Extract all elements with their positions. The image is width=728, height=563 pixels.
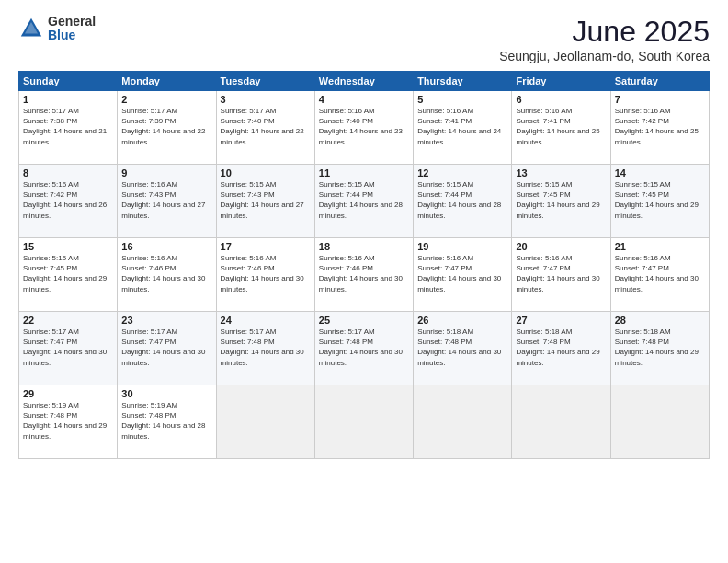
table-row: 1 Sunrise: 5:17 AMSunset: 7:38 PMDayligh…: [19, 91, 118, 165]
table-row: [414, 385, 512, 459]
day-number: 2: [121, 94, 211, 105]
day-number: 22: [23, 315, 113, 326]
logo-text: General Blue: [48, 15, 96, 43]
day-number: 12: [417, 167, 507, 178]
logo-blue: Blue: [48, 29, 96, 42]
header: General Blue June 2025 Seungju, Jeollana…: [18, 15, 710, 63]
table-row: 18 Sunrise: 5:16 AMSunset: 7:46 PMDaylig…: [314, 238, 413, 312]
table-row: 5 Sunrise: 5:16 AMSunset: 7:41 PMDayligh…: [414, 91, 512, 165]
day-number: 27: [516, 315, 606, 326]
day-info: Sunrise: 5:17 AMSunset: 7:38 PMDaylight:…: [23, 106, 113, 147]
title-block: June 2025 Seungju, Jeollanam-do, South K…: [499, 15, 710, 63]
day-info: Sunrise: 5:15 AMSunset: 7:44 PMDaylight:…: [319, 179, 409, 221]
day-info: Sunrise: 5:15 AMSunset: 7:45 PMDaylight:…: [615, 179, 705, 221]
day-info: Sunrise: 5:19 AMSunset: 7:48 PMDaylight:…: [23, 400, 113, 442]
day-number: 25: [319, 315, 409, 326]
day-number: 19: [417, 241, 507, 252]
table-row: 30 Sunrise: 5:19 AMSunset: 7:48 PMDaylig…: [118, 385, 216, 459]
table-row: 12 Sunrise: 5:15 AMSunset: 7:44 PMDaylig…: [414, 165, 512, 238]
day-number: 23: [121, 315, 211, 326]
day-number: 9: [121, 167, 211, 178]
table-row: 10 Sunrise: 5:15 AMSunset: 7:43 PMDaylig…: [216, 165, 314, 238]
table-row: [610, 385, 709, 459]
day-info: Sunrise: 5:16 AMSunset: 7:42 PMDaylight:…: [615, 106, 705, 147]
col-sunday: Sunday: [19, 72, 118, 91]
table-row: 28 Sunrise: 5:18 AMSunset: 7:48 PMDaylig…: [610, 312, 709, 385]
day-number: 13: [516, 167, 606, 178]
table-row: 8 Sunrise: 5:16 AMSunset: 7:42 PMDayligh…: [19, 165, 118, 238]
day-number: 14: [615, 167, 705, 178]
table-row: 3 Sunrise: 5:17 AMSunset: 7:40 PMDayligh…: [216, 91, 314, 165]
table-row: 29 Sunrise: 5:19 AMSunset: 7:48 PMDaylig…: [19, 385, 118, 459]
table-row: 7 Sunrise: 5:16 AMSunset: 7:42 PMDayligh…: [610, 91, 709, 165]
day-info: Sunrise: 5:15 AMSunset: 7:45 PMDaylight:…: [516, 179, 606, 221]
day-info: Sunrise: 5:16 AMSunset: 7:40 PMDaylight:…: [319, 106, 409, 147]
day-info: Sunrise: 5:17 AMSunset: 7:47 PMDaylight:…: [121, 327, 211, 368]
day-number: 21: [615, 241, 705, 252]
day-number: 29: [23, 388, 113, 399]
table-row: [216, 385, 314, 459]
day-info: Sunrise: 5:16 AMSunset: 7:43 PMDaylight:…: [121, 179, 211, 221]
table-row: 6 Sunrise: 5:16 AMSunset: 7:41 PMDayligh…: [512, 91, 610, 165]
table-row: [314, 385, 413, 459]
col-monday: Monday: [118, 72, 216, 91]
table-row: 26 Sunrise: 5:18 AMSunset: 7:48 PMDaylig…: [414, 312, 512, 385]
day-number: 5: [417, 94, 507, 105]
day-info: Sunrise: 5:18 AMSunset: 7:48 PMDaylight:…: [417, 327, 507, 368]
table-row: 14 Sunrise: 5:15 AMSunset: 7:45 PMDaylig…: [610, 165, 709, 238]
col-friday: Friday: [512, 72, 610, 91]
day-number: 1: [23, 94, 113, 105]
day-number: 26: [417, 315, 507, 326]
day-number: 6: [516, 94, 606, 105]
calendar-week-row: 22 Sunrise: 5:17 AMSunset: 7:47 PMDaylig…: [19, 312, 710, 385]
subtitle: Seungju, Jeollanam-do, South Korea: [499, 49, 710, 63]
day-info: Sunrise: 5:16 AMSunset: 7:46 PMDaylight:…: [221, 253, 311, 294]
day-number: 8: [23, 167, 113, 178]
day-info: Sunrise: 5:16 AMSunset: 7:46 PMDaylight:…: [319, 253, 409, 294]
day-number: 28: [615, 315, 705, 326]
day-info: Sunrise: 5:15 AMSunset: 7:45 PMDaylight:…: [23, 253, 113, 294]
table-row: 17 Sunrise: 5:16 AMSunset: 7:46 PMDaylig…: [216, 238, 314, 312]
day-info: Sunrise: 5:15 AMSunset: 7:44 PMDaylight:…: [417, 179, 507, 221]
table-row: 23 Sunrise: 5:17 AMSunset: 7:47 PMDaylig…: [118, 312, 216, 385]
logo-icon: [18, 16, 44, 41]
calendar-header-row: Sunday Monday Tuesday Wednesday Thursday…: [19, 72, 710, 91]
col-wednesday: Wednesday: [314, 72, 413, 91]
calendar-week-row: 8 Sunrise: 5:16 AMSunset: 7:42 PMDayligh…: [19, 165, 710, 238]
day-info: Sunrise: 5:16 AMSunset: 7:41 PMDaylight:…: [417, 106, 507, 147]
table-row: 11 Sunrise: 5:15 AMSunset: 7:44 PMDaylig…: [314, 165, 413, 238]
table-row: 24 Sunrise: 5:17 AMSunset: 7:48 PMDaylig…: [216, 312, 314, 385]
month-title: June 2025: [499, 15, 710, 49]
day-info: Sunrise: 5:16 AMSunset: 7:41 PMDaylight:…: [516, 106, 606, 147]
day-info: Sunrise: 5:16 AMSunset: 7:47 PMDaylight:…: [417, 253, 507, 294]
calendar-table: Sunday Monday Tuesday Wednesday Thursday…: [18, 71, 710, 459]
day-info: Sunrise: 5:18 AMSunset: 7:48 PMDaylight:…: [615, 327, 705, 368]
day-number: 7: [615, 94, 705, 105]
table-row: 13 Sunrise: 5:15 AMSunset: 7:45 PMDaylig…: [512, 165, 610, 238]
day-number: 3: [221, 94, 311, 105]
calendar-week-row: 29 Sunrise: 5:19 AMSunset: 7:48 PMDaylig…: [19, 385, 710, 459]
day-info: Sunrise: 5:17 AMSunset: 7:48 PMDaylight:…: [319, 327, 409, 368]
day-info: Sunrise: 5:18 AMSunset: 7:48 PMDaylight:…: [516, 327, 606, 368]
day-number: 11: [319, 167, 409, 178]
table-row: 19 Sunrise: 5:16 AMSunset: 7:47 PMDaylig…: [414, 238, 512, 312]
logo-general: General: [48, 15, 96, 29]
table-row: 2 Sunrise: 5:17 AMSunset: 7:39 PMDayligh…: [118, 91, 216, 165]
page: General Blue June 2025 Seungju, Jeollana…: [0, 0, 728, 563]
table-row: 22 Sunrise: 5:17 AMSunset: 7:47 PMDaylig…: [19, 312, 118, 385]
day-info: Sunrise: 5:17 AMSunset: 7:47 PMDaylight:…: [23, 327, 113, 368]
day-info: Sunrise: 5:15 AMSunset: 7:43 PMDaylight:…: [221, 179, 311, 221]
day-number: 15: [23, 241, 113, 252]
day-number: 30: [121, 388, 211, 399]
day-info: Sunrise: 5:17 AMSunset: 7:39 PMDaylight:…: [121, 106, 211, 147]
col-tuesday: Tuesday: [216, 72, 314, 91]
table-row: 4 Sunrise: 5:16 AMSunset: 7:40 PMDayligh…: [314, 91, 413, 165]
day-info: Sunrise: 5:19 AMSunset: 7:48 PMDaylight:…: [121, 400, 211, 442]
table-row: [512, 385, 610, 459]
col-thursday: Thursday: [414, 72, 512, 91]
day-info: Sunrise: 5:16 AMSunset: 7:42 PMDaylight:…: [23, 179, 113, 221]
table-row: 16 Sunrise: 5:16 AMSunset: 7:46 PMDaylig…: [118, 238, 216, 312]
day-info: Sunrise: 5:16 AMSunset: 7:47 PMDaylight:…: [516, 253, 606, 294]
table-row: 21 Sunrise: 5:16 AMSunset: 7:47 PMDaylig…: [610, 238, 709, 312]
day-number: 20: [516, 241, 606, 252]
